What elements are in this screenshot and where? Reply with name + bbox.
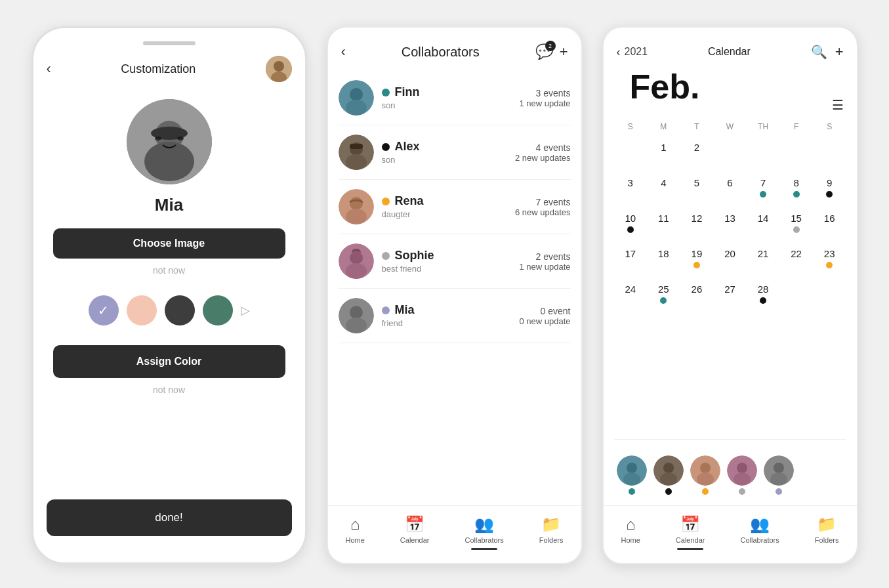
cal-cell[interactable]: 25	[647, 280, 680, 312]
avatar	[690, 455, 720, 486]
phone-content: Mia Choose Image not now ✓ ▷ Assign Colo…	[33, 93, 305, 499]
message-icon[interactable]: 💬 2	[535, 43, 553, 60]
list-view-icon[interactable]: ☰	[832, 97, 844, 113]
cal-cell[interactable]: 24	[614, 280, 648, 312]
add-collaborator-button[interactable]: +	[560, 43, 568, 60]
collab-name: Finn	[395, 85, 420, 99]
cal-cell[interactable]: 27	[713, 280, 747, 312]
collaborators-icon: 👥	[474, 515, 494, 534]
phone-header: ‹ Customization	[33, 56, 305, 93]
year-label: 2021	[625, 46, 648, 58]
svg-point-17	[350, 197, 363, 210]
swatch-teal[interactable]	[203, 295, 233, 326]
calendar-header-icons: 🔍 +	[811, 43, 844, 60]
events-update: 6 new updates	[515, 207, 571, 217]
done-button[interactable]: done!	[47, 499, 292, 536]
nav-home[interactable]: ⌂ Home	[346, 515, 365, 550]
back-button[interactable]: ‹	[47, 60, 51, 77]
list-item[interactable]: Sophie best friend 2 events 1 new update	[339, 234, 571, 289]
cal-cell[interactable]: 21	[747, 244, 780, 277]
svg-point-32	[700, 463, 711, 473]
collaborators-back-button[interactable]: ‹	[341, 43, 346, 60]
not-now-button-2[interactable]: not now	[153, 385, 185, 395]
day-header-m: M	[647, 119, 680, 134]
not-now-button-1[interactable]: not now	[153, 265, 185, 276]
cal-cell[interactable]	[813, 138, 846, 171]
search-button[interactable]: 🔍	[811, 43, 827, 60]
cal-cell[interactable]: 22	[779, 244, 813, 277]
active-indicator	[677, 548, 703, 550]
cal-cell[interactable]: 9	[813, 173, 846, 206]
cal-cell[interactable]: 26	[680, 280, 714, 312]
cal-cell[interactable]: 2	[680, 138, 714, 171]
nav-collaborators[interactable]: 👥 Collabrators	[465, 515, 503, 550]
add-event-button[interactable]: +	[835, 43, 844, 60]
list-item[interactable]: Alex son 4 events 2 new updates	[339, 125, 571, 180]
color-swatches: ✓ ▷	[89, 295, 250, 326]
assign-color-button[interactable]: Assign Color	[53, 345, 285, 378]
collab-name: Alex	[395, 140, 420, 154]
nav-collaborators[interactable]: 👥 Collabrators	[740, 515, 779, 550]
home-icon: ⌂	[626, 515, 636, 534]
nav-folders[interactable]: 📁 Folders	[815, 515, 839, 550]
cal-cell[interactable]: 15	[779, 209, 813, 242]
cal-cell[interactable]: 10	[614, 209, 648, 242]
collab-events: 0 event 0 new update	[519, 306, 570, 326]
cal-cell[interactable]: 18	[647, 244, 680, 277]
cal-cell[interactable]: 7	[747, 173, 780, 206]
person-finn[interactable]	[617, 455, 647, 495]
list-item[interactable]: Finn son 3 events 1 new update	[339, 71, 571, 125]
cal-cell[interactable]: 14	[747, 209, 780, 242]
cal-cell[interactable]	[713, 138, 747, 171]
cal-cell[interactable]: 8	[779, 173, 813, 206]
cal-cell[interactable]: 28	[747, 280, 780, 312]
home-icon: ⌂	[350, 515, 360, 534]
cal-cell[interactable]: 3	[614, 173, 648, 206]
collaborators-title: Collaborators	[402, 45, 480, 60]
list-item[interactable]: Mia friend 0 event 0 new update	[339, 289, 571, 343]
swatch-dark[interactable]	[165, 295, 195, 326]
cal-cell[interactable]: 13	[713, 209, 747, 242]
cal-cell[interactable]: 17	[614, 244, 648, 277]
nav-calendar[interactable]: 📅 Calendar	[400, 515, 430, 550]
cal-cell[interactable]: 23	[813, 244, 846, 277]
cal-cell[interactable]: 1	[647, 138, 680, 171]
cal-cell[interactable]: 19	[680, 244, 714, 277]
svg-point-7	[155, 136, 161, 140]
cal-cell[interactable]: 16	[813, 209, 846, 242]
calendar-screen: ‹ 2021 Calendar 🔍 + Feb. ☰ S M T W TH F …	[602, 26, 858, 564]
cal-cell[interactable]	[779, 138, 813, 171]
cal-cell[interactable]: 6	[713, 173, 747, 206]
cal-cell[interactable]	[813, 280, 846, 312]
nav-calendar-label: Calendar	[400, 536, 430, 544]
nav-folders-label: Folders	[815, 536, 839, 544]
choose-image-button[interactable]: Choose Image	[53, 228, 285, 259]
cal-cell[interactable]: 4	[647, 173, 680, 206]
swatch-peach[interactable]	[127, 295, 157, 326]
folders-icon: 📁	[817, 515, 837, 534]
person-mia[interactable]	[764, 455, 794, 495]
cal-cell[interactable]: 12	[680, 209, 714, 242]
calendar-week: 24 25 26 27 28	[614, 280, 846, 312]
prev-year-button[interactable]: ‹	[617, 45, 621, 59]
person-rena[interactable]	[690, 455, 720, 495]
nav-calendar[interactable]: 📅 Calendar	[676, 515, 705, 550]
calendar-week: 17 18 19 20 21 22 23	[614, 244, 846, 277]
cal-cell[interactable]	[747, 138, 780, 171]
nav-home[interactable]: ⌂ Home	[621, 515, 640, 550]
list-item[interactable]: Rena daugter 7 events 6 new updates	[339, 180, 571, 234]
cal-cell[interactable]	[614, 138, 648, 171]
cal-cell[interactable]: 11	[647, 209, 680, 242]
next-colors-button[interactable]: ▷	[241, 303, 250, 318]
person-sophie[interactable]	[727, 455, 757, 495]
collab-info: Finn son	[382, 85, 520, 110]
cal-cell[interactable]	[779, 280, 813, 312]
cal-cell[interactable]: 20	[713, 244, 747, 277]
people-avatars	[604, 445, 857, 505]
cal-cell[interactable]: 5	[680, 173, 714, 206]
svg-point-27	[623, 472, 640, 486]
nav-folders[interactable]: 📁 Folders	[539, 515, 564, 550]
avatar	[764, 455, 794, 486]
swatch-purple[interactable]: ✓	[89, 295, 119, 326]
person-alex[interactable]	[653, 455, 684, 495]
